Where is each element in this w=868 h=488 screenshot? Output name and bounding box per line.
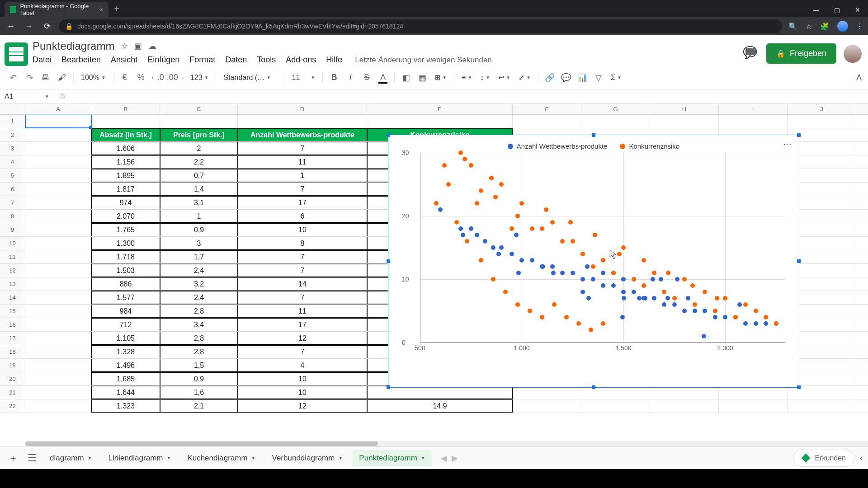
chart-plot-area[interactable]: 5001.0001.5002.0000102030 (420, 153, 785, 352)
data-point[interactable] (672, 296, 677, 300)
print-button[interactable]: 🖶 (39, 71, 52, 84)
data-point[interactable] (642, 296, 646, 300)
row-header[interactable]: 22 (0, 399, 25, 413)
data-point[interactable] (621, 277, 626, 282)
data-point[interactable] (519, 258, 524, 263)
data-point[interactable] (723, 315, 727, 319)
data-point[interactable] (611, 283, 616, 288)
data-point[interactable] (540, 226, 544, 231)
data-point[interactable] (601, 321, 605, 326)
cell[interactable]: 1.644 (91, 386, 160, 399)
chart-object[interactable]: ⋮ Anzahl Wettbewerbs-produkte Konkurrenz… (388, 135, 799, 388)
data-point[interactable] (764, 321, 768, 326)
col-header-B[interactable]: B (91, 104, 160, 114)
data-point[interactable] (552, 302, 557, 307)
sheets-logo[interactable] (5, 42, 28, 66)
cell[interactable] (91, 115, 160, 128)
data-point[interactable] (652, 271, 656, 275)
cell[interactable]: 3,1 (160, 196, 238, 209)
cell[interactable]: 3 (160, 237, 238, 250)
fill-color-button[interactable]: ◧ (399, 71, 413, 84)
bold-button[interactable]: B (327, 71, 341, 84)
data-point[interactable] (475, 233, 479, 237)
cell[interactable] (367, 115, 513, 128)
data-point[interactable] (454, 220, 459, 225)
col-header-C[interactable]: C (160, 104, 238, 114)
cell[interactable]: 7 (238, 250, 367, 263)
cell[interactable]: 1 (238, 169, 367, 182)
data-point[interactable] (499, 182, 504, 187)
data-point[interactable] (642, 258, 646, 263)
row-header[interactable]: 4 (0, 155, 25, 169)
menu-format[interactable]: Format (189, 55, 215, 65)
cell[interactable]: 1.328 (91, 345, 160, 358)
undo-button[interactable]: ↶ (6, 71, 20, 84)
horizontal-scrollbar[interactable] (25, 441, 868, 446)
sheet-tab-verbund[interactable]: Verbunddiagramm▼ (266, 450, 349, 466)
cell[interactable] (25, 264, 91, 277)
data-point[interactable] (754, 321, 758, 326)
cell[interactable] (25, 237, 91, 250)
cell[interactable] (25, 210, 91, 223)
data-point[interactable] (491, 277, 495, 282)
data-point[interactable] (754, 309, 758, 313)
explore-button[interactable]: Erkunden (793, 450, 855, 467)
collapse-toolbar-button[interactable]: ᐱ (856, 73, 862, 83)
data-point[interactable] (621, 245, 626, 250)
cell[interactable]: Anzahl Wettbewerbs-produkte (238, 128, 367, 141)
row-header[interactable]: 2 (0, 128, 25, 141)
data-point[interactable] (458, 150, 463, 155)
star-icon[interactable]: ☆ (806, 22, 812, 31)
merge-button[interactable]: ⊞▼ (432, 73, 449, 82)
cell[interactable]: 7 (238, 264, 367, 277)
cell[interactable] (650, 115, 719, 128)
row-header[interactable]: 14 (0, 291, 25, 304)
data-point[interactable] (516, 271, 521, 275)
cell[interactable] (25, 142, 91, 155)
increase-decimal-button[interactable]: .00→ (167, 71, 185, 84)
col-header-F[interactable]: F (513, 104, 581, 114)
data-point[interactable] (462, 157, 467, 161)
data-point[interactable] (589, 328, 593, 332)
data-point[interactable] (637, 296, 642, 300)
filter-button[interactable]: ▽ (592, 71, 605, 84)
data-point[interactable] (702, 334, 706, 338)
menu-datei[interactable]: Datei (33, 55, 52, 65)
data-point[interactable] (611, 271, 616, 275)
cell[interactable]: 1.817 (91, 183, 160, 196)
cell[interactable]: 1.156 (91, 155, 160, 169)
data-point[interactable] (540, 264, 544, 269)
cell[interactable]: 1.323 (91, 399, 160, 413)
data-point[interactable] (617, 252, 622, 256)
data-point[interactable] (469, 226, 473, 231)
col-header-A[interactable]: A (25, 104, 91, 114)
data-point[interactable] (434, 201, 439, 206)
data-point[interactable] (442, 163, 447, 168)
sheet-tab-linien[interactable]: Liniendiagramm▼ (102, 450, 178, 466)
data-point[interactable] (703, 290, 707, 294)
data-point[interactable] (465, 239, 469, 244)
reload-button[interactable]: ⟳ (41, 21, 53, 31)
cell[interactable]: 10 (238, 372, 367, 385)
data-point[interactable] (580, 252, 585, 256)
data-point[interactable] (733, 315, 738, 319)
cell[interactable] (25, 183, 91, 196)
menu-bearbeiten[interactable]: Bearbeiten (61, 55, 101, 65)
cell[interactable] (25, 332, 91, 345)
data-point[interactable] (686, 296, 690, 300)
cell[interactable] (25, 345, 91, 358)
redo-button[interactable]: ↷ (23, 71, 36, 84)
cell[interactable]: 0,7 (160, 169, 238, 182)
add-sheet-button[interactable]: ＋ (5, 451, 21, 465)
data-point[interactable] (743, 321, 748, 326)
address-bar[interactable]: 🔒 docs.google.com/spreadsheets/d/16sZAG8… (59, 19, 782, 33)
row-header[interactable]: 18 (0, 345, 25, 358)
comments-button[interactable]: 💬 (743, 46, 759, 62)
cell[interactable]: 4 (238, 359, 367, 372)
cell[interactable] (581, 399, 650, 413)
data-point[interactable] (489, 176, 494, 180)
sheet-tab-partial[interactable]: diagramm▼ (43, 450, 99, 466)
menu-daten[interactable]: Daten (225, 55, 247, 65)
cell[interactable]: 1.895 (91, 169, 160, 182)
cell[interactable]: 0,9 (160, 223, 238, 236)
